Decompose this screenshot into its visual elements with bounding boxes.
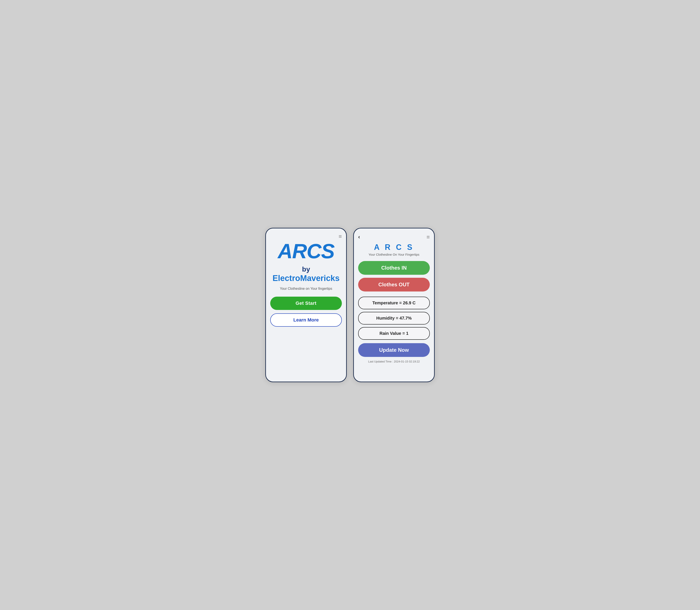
screen1-tagline: Your Clothesline on Your fingertips [270, 287, 342, 291]
screen2-logo: A R C S [358, 243, 430, 252]
screen1-frame: ≡ ARCS by ElectroMavericks Your Clothesl… [265, 228, 347, 382]
company-name: ElectroMavericks [270, 274, 342, 283]
by-label: by [270, 265, 342, 273]
screen2-hamburger-icon[interactable]: ≡ [426, 234, 430, 240]
learn-more-button[interactable]: Learn More [270, 314, 342, 327]
temperature-box: Temperature = 26.9 C [358, 296, 430, 309]
screen1-logo-block: ARCS [270, 241, 342, 261]
last-updated-text: Last Updated Time : 2024-01-15 02:19:22 [358, 360, 430, 363]
screen2-topbar: ‹ ≡ [358, 234, 430, 240]
update-now-button[interactable]: Update Now [358, 343, 430, 357]
screen2-frame: ‹ ≡ A R C S Your Clothesline On Your Fin… [353, 228, 435, 382]
rain-value-box: Rain Value = 1 [358, 327, 430, 340]
screens-wrapper: ≡ ARCS by ElectroMavericks Your Clothesl… [265, 228, 435, 382]
screen2-tagline: Your Clothesline On Your Fingertips [358, 253, 430, 256]
arcs-logo: ARCS [270, 241, 342, 261]
clothes-out-button[interactable]: Clothes OUT [358, 278, 430, 291]
humidity-box: Humidity = 47.7% [358, 312, 430, 324]
hamburger-icon[interactable]: ≡ [339, 234, 342, 239]
clothes-in-button[interactable]: Clothes IN [358, 261, 430, 275]
screen1-header: ≡ [270, 234, 342, 239]
back-icon[interactable]: ‹ [358, 234, 360, 240]
get-start-button[interactable]: Get Start [270, 296, 342, 310]
